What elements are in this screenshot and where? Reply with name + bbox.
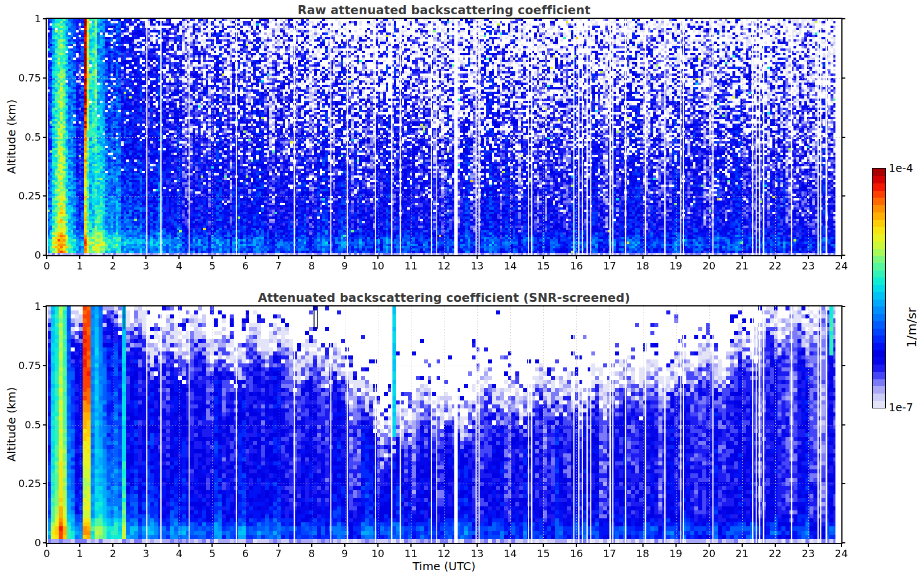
- x-tick-label: 10: [365, 260, 390, 272]
- x-tick-mark: [808, 544, 809, 547]
- x-tick-label: 12: [432, 547, 457, 559]
- y-tick-mark: [43, 365, 46, 366]
- x-tick-label: 15: [531, 547, 556, 559]
- x-tick-label: 14: [498, 260, 523, 272]
- x-tick-label: 0: [34, 547, 59, 559]
- y-tick-label: 0: [11, 537, 41, 549]
- x-tick-mark: [79, 544, 80, 547]
- x-tick-label: 18: [630, 547, 656, 559]
- x-tick-mark: [709, 256, 710, 259]
- y-tick-label: 1: [11, 300, 41, 312]
- x-tick-mark: [344, 544, 345, 547]
- screened-heatmap-panel: [46, 305, 842, 544]
- colorbar-max-label: 1e-4: [889, 162, 913, 174]
- x-tick-mark: [145, 256, 146, 259]
- x-tick-label: 19: [664, 260, 689, 272]
- x-tick-mark: [709, 544, 710, 547]
- x-tick-mark: [278, 256, 279, 259]
- figure: Raw attenuated backscattering coefficien…: [0, 0, 924, 581]
- x-tick-label: 8: [299, 547, 324, 559]
- x-tick-mark: [278, 544, 279, 547]
- x-tick-mark: [808, 256, 809, 259]
- y-tick-mark: [43, 306, 46, 307]
- x-tick-mark: [178, 544, 180, 547]
- x-tick-label: 5: [200, 260, 225, 272]
- x-tick-label: 21: [730, 260, 755, 272]
- y-tick-label: 1: [11, 13, 41, 24]
- y-tick-mark: [842, 424, 845, 425]
- x-tick-mark: [675, 544, 677, 547]
- y-tick-mark: [43, 483, 46, 484]
- x-tick-mark: [576, 544, 577, 547]
- x-tick-mark: [609, 256, 610, 259]
- x-tick-label: 21: [730, 547, 755, 559]
- x-tick-label: 6: [233, 260, 258, 272]
- x-tick-mark: [79, 256, 80, 259]
- colorbar-canvas: [873, 169, 885, 408]
- y-tick-label: 0.25: [11, 190, 41, 202]
- x-tick-mark: [443, 544, 445, 547]
- x-tick-mark: [344, 256, 345, 259]
- y-tick-mark: [43, 137, 46, 138]
- panel-title-screened: Attenuated backscattering coefficient (S…: [47, 291, 841, 305]
- y-tick-label: 0.75: [11, 359, 41, 371]
- x-tick-mark: [510, 544, 511, 547]
- x-tick-mark: [46, 544, 47, 547]
- x-tick-label: 6: [233, 547, 258, 559]
- x-tick-mark: [477, 544, 478, 547]
- x-tick-mark: [211, 256, 213, 259]
- x-tick-label: 16: [564, 260, 589, 272]
- y-tick-mark: [43, 77, 46, 79]
- y-tick-label: 0.5: [11, 131, 41, 143]
- x-tick-label: 0: [34, 260, 59, 272]
- x-tick-label: 1: [67, 260, 92, 272]
- x-tick-mark: [112, 544, 113, 547]
- x-tick-mark: [178, 256, 180, 259]
- colorbar: [872, 168, 886, 408]
- x-tick-mark: [410, 544, 412, 547]
- x-tick-label: 23: [796, 547, 821, 559]
- y-tick-mark: [43, 255, 46, 256]
- x-tick-mark: [642, 256, 644, 259]
- x-tick-mark: [443, 256, 445, 259]
- x-tick-mark: [311, 544, 312, 547]
- y-tick-mark: [842, 18, 845, 19]
- x-tick-mark: [609, 544, 610, 547]
- x-tick-mark: [841, 256, 842, 259]
- x-tick-mark: [377, 544, 378, 547]
- x-tick-label: 5: [200, 547, 225, 559]
- y-tick-mark: [43, 195, 46, 197]
- panel-title-raw: Raw attenuated backscattering coefficien…: [47, 3, 841, 17]
- x-tick-mark: [112, 256, 113, 259]
- x-tick-mark: [245, 256, 246, 259]
- x-tick-label: 7: [266, 547, 291, 559]
- x-tick-label: 4: [166, 260, 192, 272]
- x-tick-mark: [775, 256, 776, 259]
- y-tick-mark: [842, 195, 845, 197]
- y-tick-mark: [842, 365, 845, 366]
- x-tick-label: 13: [465, 260, 490, 272]
- x-axis-label: Time (UTC): [47, 559, 841, 573]
- x-tick-label: 7: [266, 260, 291, 272]
- y-tick-mark: [43, 542, 46, 543]
- x-tick-label: 3: [133, 260, 158, 272]
- x-tick-label: 11: [398, 547, 424, 559]
- x-tick-label: 14: [498, 547, 523, 559]
- x-tick-mark: [742, 256, 743, 259]
- x-tick-label: 12: [432, 260, 457, 272]
- x-tick-mark: [145, 544, 146, 547]
- y-tick-label: 0.75: [11, 72, 41, 84]
- x-tick-label: 8: [299, 260, 324, 272]
- x-tick-label: 17: [597, 547, 622, 559]
- x-tick-label: 4: [166, 547, 192, 559]
- x-tick-mark: [211, 544, 213, 547]
- x-tick-label: 20: [697, 260, 722, 272]
- x-tick-label: 10: [365, 547, 390, 559]
- x-tick-label: 24: [829, 547, 854, 559]
- y-tick-label: 0.25: [11, 477, 41, 489]
- x-tick-label: 15: [531, 260, 556, 272]
- y-tick-mark: [842, 137, 845, 138]
- x-tick-label: 19: [664, 547, 689, 559]
- x-tick-mark: [742, 544, 743, 547]
- screened-heatmap-canvas: [47, 306, 841, 543]
